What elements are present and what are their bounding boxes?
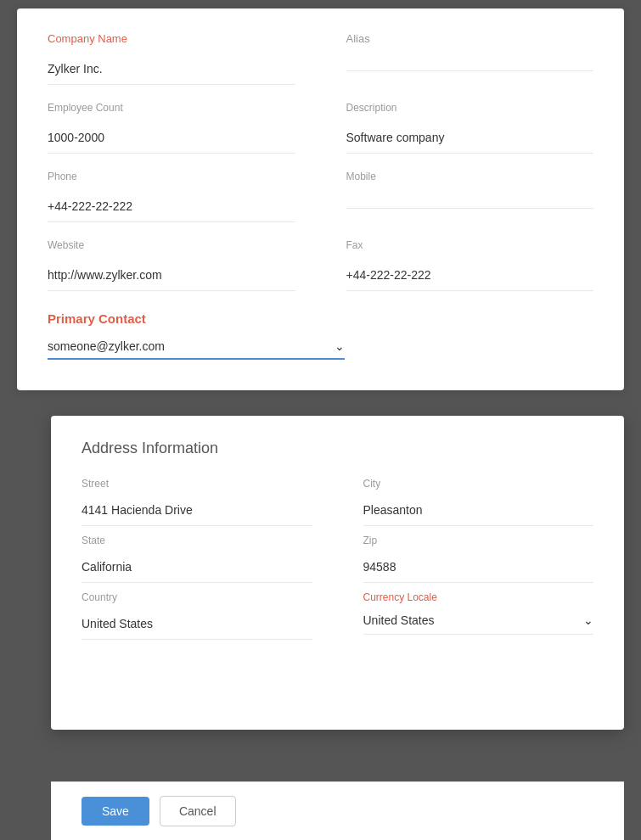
website-label: Website	[48, 239, 295, 251]
zip-value-wrapper: 94588	[363, 552, 594, 583]
street-value: 4141 Hacienda Drive	[82, 503, 312, 517]
website-field: Website http://www.zylker.com	[48, 239, 295, 296]
description-field: Description Software company	[346, 102, 594, 159]
description-label: Description	[346, 102, 594, 114]
cancel-button[interactable]: Cancel	[160, 796, 236, 826]
description-value: Software company	[346, 131, 594, 144]
employee-value-wrapper: 1000-2000	[48, 119, 295, 154]
employee-value: 1000-2000	[48, 131, 295, 144]
state-field: State California	[82, 535, 312, 591]
currency-locale-dropdown[interactable]: United States ⌄	[363, 608, 594, 635]
company-name-field: Company Name Zylker Inc.	[48, 32, 295, 90]
address-grid: Street 4141 Hacienda Drive City Pleasant…	[82, 478, 593, 648]
zip-field: Zip 94588	[363, 535, 594, 591]
fax-field: Fax +44-222-22-222	[346, 239, 594, 296]
primary-contact-title: Primary Contact	[48, 311, 593, 326]
country-label: Country	[82, 591, 312, 603]
website-value-wrapper: http://www.zylker.com	[48, 256, 295, 291]
fax-value-wrapper: +44-222-22-222	[346, 256, 594, 291]
company-name-label: Company Name	[48, 32, 295, 45]
address-info-card: Address Information Street 4141 Hacienda…	[51, 416, 624, 730]
mobile-label: Mobile	[346, 171, 594, 182]
street-field: Street 4141 Hacienda Drive	[82, 478, 312, 535]
description-value-wrapper: Software company	[346, 119, 594, 154]
city-value: Pleasanton	[363, 503, 594, 517]
spacer	[82, 648, 593, 699]
fax-label: Fax	[346, 239, 594, 251]
mobile-field: Mobile	[346, 171, 594, 227]
save-button[interactable]: Save	[82, 797, 149, 826]
primary-contact-section: Primary Contact someone@zylker.com ⌄	[48, 311, 593, 360]
phone-value-wrapper: +44-222-22-222	[48, 188, 295, 222]
company-info-card: Company Name Zylker Inc. Alias Employee …	[17, 8, 624, 390]
city-field: City Pleasanton	[363, 478, 594, 535]
phone-label: Phone	[48, 171, 295, 182]
street-value-wrapper: 4141 Hacienda Drive	[82, 495, 312, 526]
chevron-down-icon: ⌄	[335, 339, 345, 353]
city-label: City	[363, 478, 594, 490]
state-value-wrapper: California	[82, 552, 312, 583]
phone-value: +44-222-22-222	[48, 199, 295, 213]
primary-contact-email: someone@zylker.com	[48, 339, 165, 353]
country-field: Country United States	[82, 591, 312, 648]
fax-value: +44-222-22-222	[346, 268, 594, 282]
footer-bar: Save Cancel	[51, 781, 624, 840]
chevron-down-icon: ⌄	[583, 613, 593, 627]
currency-locale-value: United States	[363, 613, 435, 627]
mobile-value-wrapper	[346, 188, 594, 209]
country-value-wrapper: United States	[82, 608, 312, 640]
city-value-wrapper: Pleasanton	[363, 495, 594, 526]
website-value: http://www.zylker.com	[48, 268, 295, 282]
address-card-title: Address Information	[82, 440, 593, 457]
primary-contact-dropdown[interactable]: someone@zylker.com ⌄	[48, 333, 345, 360]
phone-field: Phone +44-222-22-222	[48, 171, 295, 227]
alias-field: Alias	[346, 32, 594, 90]
country-value: United States	[82, 617, 312, 630]
street-label: Street	[82, 478, 312, 490]
state-value: California	[82, 560, 312, 574]
currency-locale-label: Currency Locale	[363, 591, 594, 603]
currency-locale-field: Currency Locale United States ⌄	[363, 591, 594, 648]
state-label: State	[82, 535, 312, 546]
zip-label: Zip	[363, 535, 594, 546]
company-name-value: Zylker Inc.	[48, 62, 295, 76]
alias-label: Alias	[346, 32, 594, 45]
employee-count-field: Employee Count 1000-2000	[48, 102, 295, 159]
employee-label: Employee Count	[48, 102, 295, 114]
zip-value: 94588	[363, 560, 594, 574]
company-name-value-wrapper: Zylker Inc.	[48, 50, 295, 85]
alias-value-wrapper	[346, 50, 594, 71]
